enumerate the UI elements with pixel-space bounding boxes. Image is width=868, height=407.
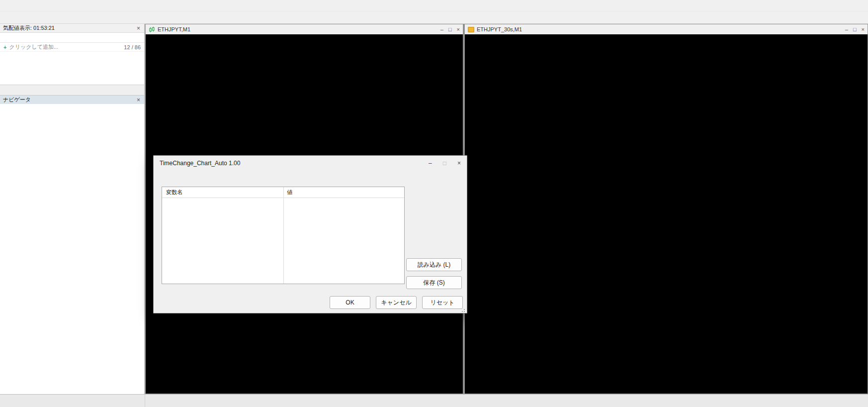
reset-button[interactable]: リセット	[422, 296, 463, 309]
toolbar	[0, 11, 868, 24]
close-icon[interactable]: ×	[136, 25, 141, 32]
symbol-counter: 12 / 86	[124, 44, 141, 50]
cancel-button[interactable]: キャンセル	[376, 296, 417, 309]
dialog-footer: OK キャンセル リセット	[154, 292, 467, 313]
candlestick-icon	[149, 26, 155, 33]
navigator-header: ナビゲータ ×	[0, 95, 144, 104]
add-symbol-label: クリックして追加...	[9, 43, 58, 51]
dialog-tabs	[154, 171, 467, 173]
left-panel: 気配値表示: 01:53:21 × + クリックして追加... 12 / 86 …	[0, 24, 145, 394]
navigator-tree	[0, 104, 144, 394]
chart-window-ethjpyt-30s: ETHJPYT_30s,M1 – □ ×	[464, 24, 868, 394]
ok-button[interactable]: OK	[330, 296, 370, 309]
dialog-title: TimeChange_Chart_Auto 1.00	[160, 160, 240, 167]
resize-grip[interactable]	[461, 307, 466, 312]
maximize-icon[interactable]: □	[853, 26, 857, 32]
minimize-icon[interactable]: –	[845, 26, 848, 32]
chart-window-tabs	[145, 395, 868, 407]
market-watch-column-headers	[0, 33, 144, 43]
close-icon[interactable]: ×	[136, 97, 141, 103]
save-button[interactable]: 保存 (S)	[406, 276, 462, 289]
add-symbol-row[interactable]: + クリックして追加... 12 / 86	[0, 43, 144, 52]
plus-icon: +	[3, 44, 6, 50]
dialog-titlebar[interactable]: TimeChange_Chart_Auto 1.00 – □ ×	[154, 156, 467, 171]
menu-bar	[0, 0, 868, 11]
chart-titlebar[interactable]: ETHJPYT_30s,M1 – □ ×	[465, 24, 868, 34]
chart-window-title: ETHJPYT,M1	[158, 26, 190, 32]
toolbox-tabs	[0, 395, 145, 407]
market-watch-header: 気配値表示: 01:53:21 ×	[0, 24, 144, 33]
market-watch-tabs	[0, 85, 144, 95]
chart-titlebar[interactable]: ETHJPYT,M1 – □ ×	[146, 24, 463, 34]
charts-area: ETHJPYT,M1 – □ × ETHJPYT_30s,M1 – □ ×	[145, 24, 868, 394]
maximize-icon[interactable]: □	[448, 26, 452, 32]
market-watch-title: 気配値表示: 01:53:21	[3, 24, 55, 32]
column-variable-name: 変数名	[162, 189, 283, 196]
minimize-icon[interactable]: –	[429, 160, 432, 167]
minimize-icon[interactable]: –	[440, 26, 443, 32]
mt5-app: 気配値表示: 01:53:21 × + クリックして追加... 12 / 86 …	[0, 0, 868, 407]
column-divider	[283, 187, 284, 284]
navigator-title: ナビゲータ	[3, 96, 31, 103]
market-watch-empty-area	[0, 52, 144, 85]
inputs-table: 変数名 値	[162, 187, 405, 284]
load-button[interactable]: 読み込み (L)	[406, 258, 462, 271]
chart-plot-area[interactable]	[465, 34, 868, 394]
chart-icon	[468, 27, 474, 32]
bottom-bar	[0, 394, 868, 407]
close-icon[interactable]: ×	[457, 26, 460, 32]
chart-window-title: ETHJPYT_30s,M1	[477, 26, 522, 32]
column-value: 値	[283, 189, 405, 196]
maximize-icon: □	[443, 160, 446, 167]
close-icon[interactable]: ×	[862, 26, 865, 32]
ea-inputs-dialog: TimeChange_Chart_Auto 1.00 – □ × 変数名 値 読…	[153, 155, 467, 313]
close-icon[interactable]: ×	[457, 160, 461, 167]
